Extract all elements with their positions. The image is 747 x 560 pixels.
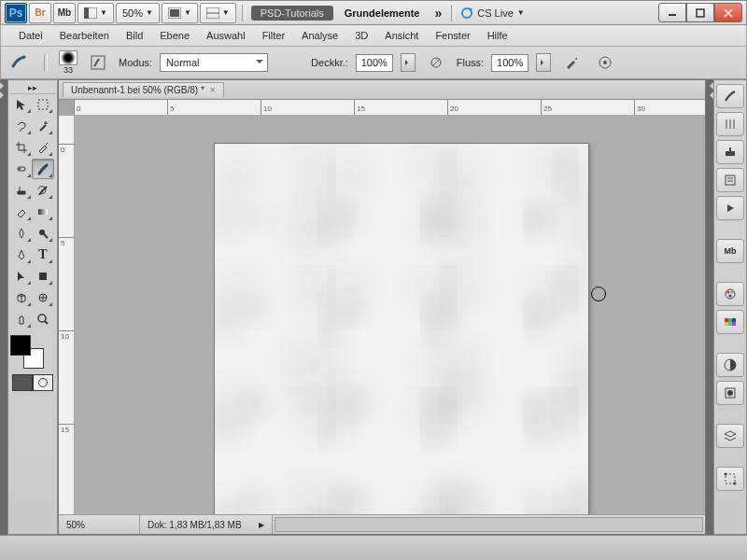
opacity-slider-button[interactable] — [401, 53, 416, 72]
tablet-opacity-icon[interactable] — [423, 49, 449, 76]
svg-rect-17 — [38, 100, 48, 109]
arrange-documents-button[interactable]: ▼ — [78, 3, 114, 23]
flow-field[interactable]: 100% — [491, 54, 529, 72]
menu-hilfe[interactable]: Hilfe — [479, 27, 516, 44]
screen-mode-button[interactable]: ▼ — [162, 3, 198, 23]
svg-rect-34 — [725, 318, 728, 322]
zoom-tool[interactable] — [32, 309, 54, 329]
menu-datei[interactable]: Datei — [10, 27, 51, 44]
tool-preset-button[interactable] — [7, 49, 33, 76]
document-tab-active[interactable]: Unbenannt-1 bei 50% (RGB/8) * × — [63, 82, 224, 97]
document-canvas[interactable] — [215, 144, 588, 514]
status-docinfo[interactable]: Dok: 1,83 MB/1,83 MB▶ — [140, 515, 273, 534]
svg-rect-27 — [726, 151, 735, 156]
mode-label: Modus: — [119, 57, 152, 68]
workspace-psdtutorials[interactable]: PSD-Tutorials — [251, 6, 333, 21]
airbrush-icon[interactable] — [558, 49, 585, 76]
mode-dropdown[interactable]: Normal — [160, 53, 268, 72]
panel-adjustments-icon[interactable] — [716, 353, 744, 377]
panel-minibridge-icon[interactable]: Mb — [716, 239, 744, 263]
right-dock-gutter[interactable] — [706, 79, 713, 535]
menu-3d[interactable]: 3D — [346, 27, 376, 44]
bridge-icon[interactable]: Br — [29, 3, 51, 23]
opacity-field[interactable]: 100% — [356, 54, 393, 72]
menu-ansicht[interactable]: Ansicht — [376, 27, 427, 44]
menu-analyse[interactable]: Analyse — [293, 27, 346, 44]
panels-dock: Mb — [713, 79, 747, 535]
color-swatches[interactable] — [10, 335, 44, 369]
menu-auswahl[interactable]: Auswahl — [198, 27, 254, 44]
menu-filter[interactable]: Filter — [254, 27, 293, 44]
foreground-color[interactable] — [10, 335, 31, 356]
crop-tool[interactable] — [10, 137, 33, 158]
scrollbar-horizontal[interactable] — [275, 517, 703, 532]
workspace-grundelemente[interactable]: Grundelemente — [335, 6, 430, 21]
gradient-tool[interactable] — [32, 202, 54, 222]
ruler-horizontal[interactable]: 0 5 10 15 20 25 30 35 — [74, 100, 705, 116]
flow-slider-button[interactable] — [536, 53, 551, 72]
ps-logo-icon[interactable]: Ps — [5, 3, 27, 23]
minibridge-icon[interactable]: Mb — [53, 3, 76, 23]
left-dock-gutter[interactable] — [0, 79, 7, 535]
lasso-tool[interactable] — [10, 116, 33, 136]
svg-point-33 — [729, 295, 732, 298]
ruler-vertical[interactable]: 0 5 10 15 — [59, 116, 75, 514]
panel-actions-icon[interactable] — [716, 196, 744, 220]
canvas[interactable] — [75, 116, 705, 514]
quickmask-standard[interactable] — [12, 374, 33, 391]
menu-bearbeiten[interactable]: Bearbeiten — [51, 27, 118, 44]
brush-tool[interactable] — [32, 159, 54, 179]
brush-panel-toggle[interactable] — [85, 49, 111, 76]
minimize-button[interactable] — [658, 3, 686, 22]
panel-color-icon[interactable] — [716, 282, 744, 306]
panel-masks-icon[interactable] — [716, 381, 744, 405]
close-button[interactable] — [714, 3, 742, 22]
panel-brushpresets-icon[interactable] — [716, 112, 744, 136]
toolbox-collapse-icon[interactable]: ▸▸ — [10, 82, 55, 94]
tablet-size-icon[interactable] — [592, 49, 618, 76]
panel-paths-icon[interactable] — [716, 467, 744, 491]
zoom-dropdown[interactable]: 50%▼ — [116, 3, 160, 23]
3d-tool[interactable] — [10, 287, 33, 308]
panel-swatches-icon[interactable] — [716, 310, 744, 334]
maximize-button[interactable] — [686, 3, 714, 22]
brush-cursor-icon — [591, 287, 606, 301]
eyedropper-tool[interactable] — [32, 137, 54, 158]
menu-fenster[interactable]: Fenster — [427, 27, 478, 44]
shape-tool[interactable] — [32, 266, 54, 287]
panel-brush-icon[interactable] — [716, 84, 744, 108]
pen-tool[interactable] — [10, 245, 33, 265]
healing-brush-tool[interactable] — [10, 159, 33, 179]
tab-close-icon[interactable]: × — [210, 85, 216, 95]
svg-point-14 — [575, 58, 577, 60]
brush-preview[interactable]: 33 — [59, 50, 78, 75]
svg-rect-12 — [92, 56, 105, 69]
status-zoom[interactable]: 50% — [59, 515, 140, 534]
menu-bild[interactable]: Bild — [118, 27, 151, 44]
menu-ebene[interactable]: Ebene — [151, 27, 198, 44]
cslive-button[interactable]: CS Live▼ — [460, 7, 524, 20]
path-selection-tool[interactable] — [10, 266, 33, 287]
panel-layers-icon[interactable] — [716, 424, 744, 448]
history-brush-tool[interactable] — [32, 180, 54, 201]
marquee-tool[interactable] — [32, 94, 54, 115]
hand-tool[interactable] — [10, 309, 33, 329]
panel-clone-icon[interactable] — [716, 140, 744, 164]
quickmask-mask[interactable] — [33, 374, 53, 391]
type-tool[interactable]: T — [32, 245, 54, 265]
magic-wand-tool[interactable] — [32, 116, 54, 136]
panel-history-icon[interactable] — [716, 168, 744, 192]
dodge-tool[interactable] — [32, 223, 54, 244]
svg-point-44 — [725, 473, 727, 476]
move-tool[interactable] — [10, 94, 33, 115]
svg-rect-3 — [170, 9, 179, 17]
blur-tool[interactable] — [10, 223, 33, 244]
eraser-tool[interactable] — [10, 202, 33, 222]
svg-rect-38 — [728, 322, 732, 326]
clone-stamp-tool[interactable] — [10, 180, 33, 201]
workspace-more-icon[interactable]: » — [430, 6, 445, 21]
opacity-label: Deckkr.: — [311, 57, 348, 68]
svg-line-26 — [45, 321, 48, 324]
3d-camera-tool[interactable] — [32, 287, 54, 308]
extras-button[interactable]: ▼ — [200, 3, 236, 23]
